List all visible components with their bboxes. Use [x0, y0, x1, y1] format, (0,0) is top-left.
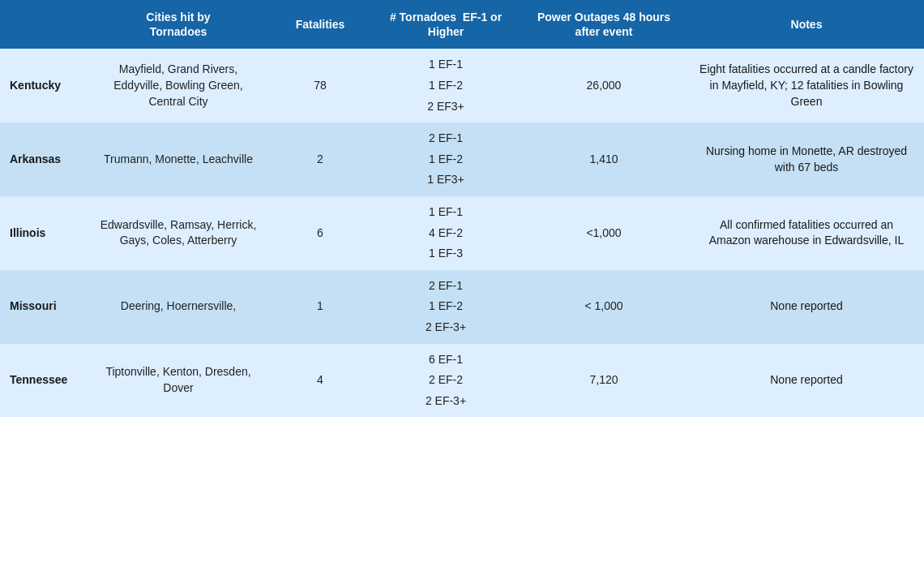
tornadoes-cell: 2 EF-11 EF-22 EF-3+ — [373, 270, 519, 344]
header-state — [0, 0, 89, 49]
fatalities-cell: 78 — [267, 49, 373, 122]
tornado-item: 2 EF3+ — [427, 99, 464, 115]
table-row: MissouriDeering, Hoernersville,12 EF-11 … — [0, 270, 924, 344]
tornado-item: 1 EF-2 — [429, 298, 463, 315]
cities-cell: Trumann, Monette, Leachville — [89, 122, 267, 196]
cities-cell: Mayfield, Grand Rivers, Eddyville, Bowli… — [89, 49, 267, 122]
cities-cell: Edwardsville, Ramsay, Herrick, Gays, Col… — [89, 196, 267, 270]
tornado-item: 1 EF-1 — [429, 204, 463, 221]
tornado-item: 2 EF-3+ — [426, 320, 466, 336]
table-row: TennesseeTiptonville, Kenton, Dresden, D… — [0, 344, 924, 418]
tornado-table: Cities hit by Tornadoes Fatalities # Tor… — [0, 0, 924, 417]
power-outages-cell: 26,000 — [519, 49, 689, 122]
power-outages-cell: < 1,000 — [519, 270, 689, 344]
tornado-item: 1 EF-2 — [429, 78, 463, 94]
fatalities-cell: 2 — [267, 122, 373, 196]
tornado-item: 2 EF-3+ — [426, 393, 466, 410]
tornado-item: 2 EF-1 — [429, 278, 463, 294]
power-outages-cell: 7,120 — [519, 344, 689, 418]
notes-cell: Nursing home in Monette, AR destroyed wi… — [689, 122, 924, 196]
notes-cell: All confirmed fatalities occurred an Ama… — [689, 196, 924, 270]
tornadoes-cell: 6 EF-12 EF-22 EF-3+ — [373, 344, 519, 418]
header-tornadoes: # Tornadoes EF-1 or Higher — [373, 0, 519, 49]
fatalities-cell: 4 — [267, 344, 373, 418]
fatalities-cell: 1 — [267, 270, 373, 344]
table-header-row: Cities hit by Tornadoes Fatalities # Tor… — [0, 0, 924, 49]
table-row: ArkansasTrumann, Monette, Leachville22 E… — [0, 122, 924, 196]
cities-cell: Tiptonville, Kenton, Dresden, Dover — [89, 344, 267, 418]
header-notes: Notes — [689, 0, 924, 49]
tornado-item: 1 EF-2 — [429, 152, 463, 168]
state-cell: Tennessee — [0, 344, 89, 418]
header-fatalities: Fatalities — [267, 0, 373, 49]
tornado-item: 1 EF-1 — [429, 57, 463, 73]
state-cell: Arkansas — [0, 122, 89, 196]
tornado-item: 1 EF3+ — [427, 172, 464, 188]
notes-cell: None reported — [689, 270, 924, 344]
tornadoes-cell: 1 EF-14 EF-21 EF-3 — [373, 196, 519, 270]
state-cell: Kentucky — [0, 49, 89, 122]
tornado-item: 1 EF-3 — [429, 246, 463, 262]
header-cities: Cities hit by Tornadoes — [89, 0, 267, 49]
table-row: KentuckyMayfield, Grand Rivers, Eddyvill… — [0, 49, 924, 122]
state-cell: Illinois — [0, 196, 89, 270]
tornado-item: 2 EF-2 — [429, 372, 463, 389]
tornado-item: 6 EF-1 — [429, 352, 463, 368]
fatalities-cell: 6 — [267, 196, 373, 270]
tornado-item: 4 EF-2 — [429, 225, 463, 242]
power-outages-cell: 1,410 — [519, 122, 689, 196]
notes-cell: None reported — [689, 344, 924, 418]
tornadoes-cell: 2 EF-11 EF-21 EF3+ — [373, 122, 519, 196]
tornadoes-cell: 1 EF-11 EF-22 EF3+ — [373, 49, 519, 122]
table-row: IllinoisEdwardsville, Ramsay, Herrick, G… — [0, 196, 924, 270]
state-cell: Missouri — [0, 270, 89, 344]
header-power-outages: Power Outages 48 hours after event — [519, 0, 689, 49]
power-outages-cell: <1,000 — [519, 196, 689, 270]
tornado-item: 2 EF-1 — [429, 131, 463, 147]
cities-cell: Deering, Hoernersville, — [89, 270, 267, 344]
notes-cell: Eight fatalities occurred at a candle fa… — [689, 49, 924, 122]
